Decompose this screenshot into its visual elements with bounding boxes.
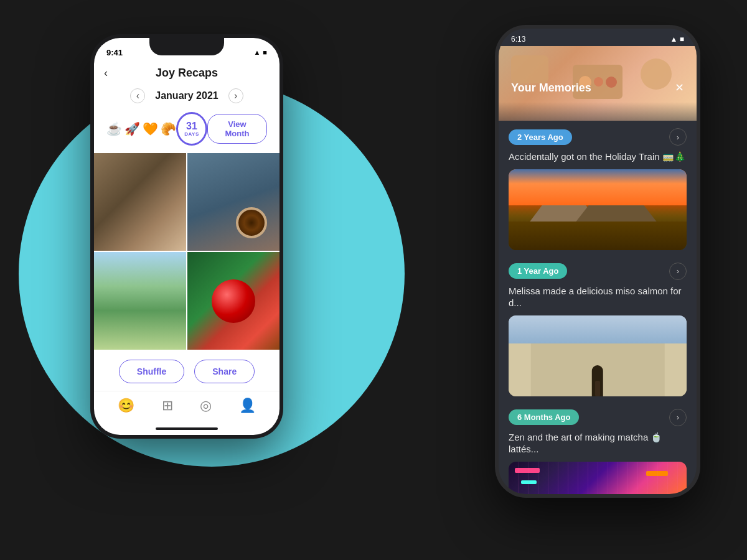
tab-bar: 😊 ⊞ ◎ 👤 xyxy=(94,391,280,422)
memory-2-years-arrow[interactable]: › xyxy=(669,128,687,146)
scene: 9:41 ▲ ■ ‹ Joy Recaps ‹ January 2021 › xyxy=(0,0,747,560)
view-month-button[interactable]: View Month xyxy=(207,114,267,144)
days-circle: 31 DAYS xyxy=(176,112,207,146)
memory-6-months-desc: Zen and the art of making matcha 🍵 latté… xyxy=(509,431,687,455)
memories-title: Your Memories xyxy=(511,82,591,95)
emoji-3: 🧡 xyxy=(143,121,158,136)
memories-scroll[interactable]: 2 Years Ago › Accidentally got on the Ho… xyxy=(499,121,697,494)
stats-row: ☕ 🚀 🧡 🥐 31 DAYS View Month xyxy=(94,107,280,151)
prev-month-button[interactable]: ‹ xyxy=(130,88,145,103)
japan-bg: RIBERY 酒場 xyxy=(509,462,687,495)
photo-2[interactable] xyxy=(187,153,280,251)
memory-1-year: 1 Year Ago › Melissa made a delicious mi… xyxy=(509,263,687,396)
memory-1-year-tag: 1 Year Ago xyxy=(509,263,567,279)
notch xyxy=(149,38,224,55)
tab-profile-icon[interactable]: 👤 xyxy=(239,398,256,414)
photo-3[interactable] xyxy=(94,252,186,350)
memory-2-years-desc: Accidentally got on the Holiday Train 🚃🎄 xyxy=(509,151,687,163)
tab-discover-icon[interactable]: ◎ xyxy=(200,398,212,414)
status-time-left: 9:41 xyxy=(106,48,123,57)
palace-sky xyxy=(509,315,687,348)
memory-6-months-arrow[interactable]: › xyxy=(669,409,687,426)
home-indicator xyxy=(94,422,280,435)
mountains-bg xyxy=(509,169,687,250)
emoji-2: 🚀 xyxy=(125,121,140,136)
food-detail-1 xyxy=(511,55,548,83)
phone-left: 9:41 ▲ ■ ‹ Joy Recaps ‹ January 2021 › xyxy=(90,34,283,439)
photo-4[interactable] xyxy=(187,252,280,350)
wifi-icon-right: ▲ ■ xyxy=(670,35,684,44)
palace-bg xyxy=(509,315,687,396)
status-icons-left: ▲ ■ xyxy=(253,49,267,56)
status-time-right: 6:13 xyxy=(511,35,525,44)
memory-2-years-photo[interactable] xyxy=(509,169,687,250)
tab-grid-icon[interactable]: ⊞ xyxy=(162,398,173,414)
sky xyxy=(509,169,687,206)
phone-left-screen: 9:41 ▲ ■ ‹ Joy Recaps ‹ January 2021 › xyxy=(94,38,280,435)
photo-1-inner xyxy=(94,153,186,251)
month-nav: ‹ January 2021 › xyxy=(94,85,280,107)
close-button[interactable]: ✕ xyxy=(675,81,684,95)
days-text: DAYS xyxy=(184,131,199,137)
ornament-detail xyxy=(212,279,255,323)
share-button[interactable]: Share xyxy=(194,360,255,383)
tab-journal-icon[interactable]: 😊 xyxy=(118,398,134,414)
phone-right-screen: 6:13 ▲ ■ Y xyxy=(499,29,697,494)
next-month-button[interactable]: › xyxy=(228,88,243,103)
memory-2-years: 2 Years Ago › Accidentally got on the Ho… xyxy=(509,128,687,250)
memory-6-months: 6 Months Ago › Zen and the art of making… xyxy=(509,409,687,495)
memories-header: Your Memories ✕ xyxy=(499,81,697,95)
shuffle-button[interactable]: Shuffle xyxy=(119,360,184,383)
battery-icon: ■ xyxy=(263,49,267,56)
emoji-row: ☕ 🚀 🧡 🥐 xyxy=(106,121,176,136)
memory-1-year-tag-row: 1 Year Ago › xyxy=(509,263,687,280)
person xyxy=(595,381,600,396)
page-title: Joy Recaps xyxy=(156,67,218,80)
memory-1-year-desc: Melissa made a delicious miso salmon for… xyxy=(509,285,687,309)
wifi-icon: ▲ xyxy=(253,49,260,56)
hero-section: Your Memories ✕ xyxy=(499,46,697,121)
home-bar xyxy=(156,427,218,430)
memory-1-year-arrow[interactable]: › xyxy=(669,263,687,280)
memory-6-months-tag-row: 6 Months Ago › xyxy=(509,409,687,426)
photo-1[interactable] xyxy=(94,153,186,251)
back-button[interactable]: ‹ xyxy=(104,67,108,80)
bottom-buttons: Shuffle Share xyxy=(94,352,280,391)
memory-2-years-tag: 2 Years Ago xyxy=(509,129,572,145)
emoji-4: 🥐 xyxy=(161,121,176,136)
water-reflection xyxy=(509,222,687,250)
memory-6-months-tag: 6 Months Ago xyxy=(509,409,579,425)
photo-grid xyxy=(94,153,280,350)
memory-6-months-photo[interactable]: RIBERY 酒場 xyxy=(509,462,687,495)
status-icons-right: ▲ ■ xyxy=(670,35,684,44)
app-header: ‹ Joy Recaps xyxy=(94,62,280,85)
phone-right: 6:13 ▲ ■ Y xyxy=(495,25,700,498)
coffee-detail xyxy=(236,207,267,238)
month-label: January 2021 xyxy=(155,90,218,101)
memory-2-years-tag-row: 2 Years Ago › xyxy=(509,128,687,146)
memory-1-year-photo[interactable] xyxy=(509,315,687,396)
vertical-lights xyxy=(509,462,687,495)
days-number: 31 xyxy=(186,121,197,131)
emoji-1: ☕ xyxy=(106,121,122,136)
status-bar-right: 6:13 ▲ ■ xyxy=(499,29,697,46)
